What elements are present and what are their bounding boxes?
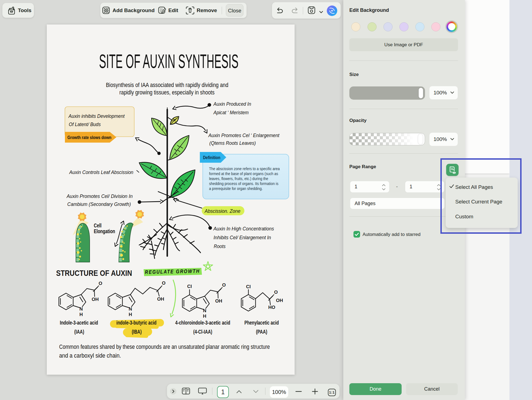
svg-text:Inhibits Cel/ Enlargement In: Inhibits Cel/ Enlargement In bbox=[213, 235, 271, 240]
svg-text:Of Latent/ Buds: Of Latent/ Buds bbox=[69, 121, 101, 127]
svg-text:4-chloroindole-3-acetic acid: 4-chloroindole-3-acetic acid bbox=[175, 319, 230, 326]
svg-text:HO: HO bbox=[268, 305, 275, 310]
svg-text:leaves, flowers, fruits, etc.): leaves, flowers, fruits, etc.) during th… bbox=[209, 176, 268, 181]
svg-text:Abscission. Zone: Abscission. Zone bbox=[204, 208, 240, 214]
svg-text:(IAA): (IAA) bbox=[74, 328, 84, 335]
svg-text:Common features shared by thes: Common features shared by these compound… bbox=[59, 344, 270, 350]
svg-text:STRUCTURE OF AUXIN: STRUCTURE OF AUXIN bbox=[56, 268, 132, 277]
svg-text:OH: OH bbox=[92, 297, 99, 302]
svg-text:(IBA): (IBA) bbox=[132, 328, 142, 335]
svg-text:Cambium (Secondary Growth): Cambium (Secondary Growth) bbox=[67, 202, 131, 207]
svg-text:SITE OF AUXIN SYNTHESIS: SITE OF AUXIN SYNTHESIS bbox=[99, 51, 238, 72]
svg-text:Growth rate slows down: Growth rate slows down bbox=[67, 135, 111, 140]
svg-text:O: O bbox=[274, 290, 278, 295]
svg-text:O: O bbox=[222, 282, 226, 288]
svg-text:Elongation: Elongation bbox=[94, 228, 115, 234]
svg-text:O: O bbox=[162, 281, 165, 286]
svg-text:O: O bbox=[98, 281, 102, 286]
svg-text:Auxin Produced In: Auxin Produced In bbox=[213, 101, 251, 107]
svg-text:indole-3-butyric acid: indole-3-butyric acid bbox=[116, 319, 157, 326]
svg-text:and a carboxyl side chain.: and a carboxyl side chain. bbox=[59, 352, 121, 359]
svg-text:(4-Cl-IAA): (4-Cl-IAA) bbox=[193, 328, 212, 335]
svg-text:shedding process of organs. It: shedding process of organs. Its formatio… bbox=[209, 181, 278, 186]
svg-text:Biosynthesis of IAA associated: Biosynthesis of IAA associated with rapi… bbox=[106, 82, 228, 88]
svg-text:Indole-3-acetic acid: Indole-3-acetic acid bbox=[60, 319, 98, 326]
svg-text:OH: OH bbox=[276, 298, 283, 303]
svg-text:Cl: Cl bbox=[187, 284, 192, 289]
svg-text:Apicat ‘ Meristem: Apicat ‘ Meristem bbox=[213, 110, 249, 115]
svg-text:Definition: Definition bbox=[203, 155, 220, 160]
svg-text:The abscission zone refers to: The abscission zone refers to a specific… bbox=[209, 166, 280, 171]
svg-text:(Qtems Roots Leaves): (Qtems Roots Leaves) bbox=[209, 140, 256, 146]
svg-text:Auxin Promotes Cel ‘ Enlargeme: Auxin Promotes Cel ‘ Enlargement bbox=[208, 133, 280, 138]
svg-text:Cell: Cell bbox=[94, 222, 102, 228]
svg-text:formed at the base of plant or: formed at the base of plant organs (such… bbox=[209, 171, 278, 176]
svg-text:Auxin In High Concentrations: Auxin In High Concentrations bbox=[213, 226, 274, 232]
svg-text:Roots: Roots bbox=[214, 244, 226, 249]
svg-text:Phenylacetic acid: Phenylacetic acid bbox=[245, 319, 279, 326]
svg-text:a prerequisite for organ shedd: a prerequisite for organ shedding. bbox=[209, 186, 263, 191]
svg-text:OH: OH bbox=[215, 298, 222, 304]
svg-text:Auxin Controls Leaf Abscission: Auxin Controls Leaf Abscission bbox=[69, 170, 133, 175]
svg-text:Cl: Cl bbox=[246, 284, 251, 289]
svg-text:(PAA): (PAA) bbox=[256, 328, 267, 335]
svg-text:Auxin inhibits Development: Auxin inhibits Development bbox=[68, 113, 125, 119]
svg-text:Auxin Promotes Cel/ Division I: Auxin Promotes Cel/ Division In bbox=[66, 194, 133, 199]
svg-text:OH: OH bbox=[157, 296, 164, 302]
svg-text:rapidly growing tissues, espec: rapidly growing tissues, especially in s… bbox=[119, 89, 215, 96]
svg-text:REGULATE GROWTH: REGULATE GROWTH bbox=[145, 268, 200, 275]
